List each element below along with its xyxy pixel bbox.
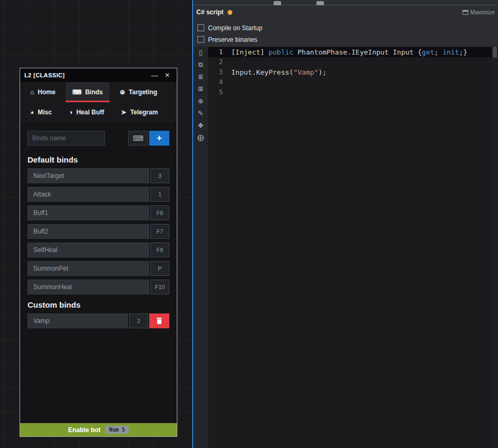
window-titlebar[interactable]: L2 [CLASSIC] — ✕ <box>20 68 177 82</box>
window-body: ⌨ + Default binds NextTarget 3 Attack 1 … <box>20 122 177 423</box>
target-icon[interactable]: ⊕ <box>198 97 203 105</box>
tab-binds[interactable]: ⌨ Binds <box>66 82 110 102</box>
editor-scrollbar[interactable] <box>492 47 498 448</box>
panel-title: C# script <box>196 8 223 16</box>
bind-name[interactable]: Buff1 <box>28 205 149 220</box>
add-bind-button[interactable]: + <box>149 131 169 146</box>
key-capture-box[interactable] <box>106 131 127 146</box>
compile-on-startup-checkbox[interactable] <box>197 24 204 31</box>
panel-header: C# script Maximize <box>193 5 498 19</box>
tab-targeting[interactable]: ⊕ Targeting <box>113 82 164 102</box>
file-icon[interactable]: ▯ <box>199 48 203 57</box>
tab-row-2: ◕ Misc ◑ Heal Buff ➤ Telegram <box>23 102 174 122</box>
tab-misc[interactable]: ◕ Misc <box>23 102 59 122</box>
code-text <box>231 87 492 97</box>
code-line-1[interactable]: 1 [Inject] public PhantomPhase.IEyeInput… <box>208 47 492 57</box>
move-icon[interactable]: ✥ <box>198 121 203 130</box>
code-token: [ <box>231 48 236 56</box>
binds-input-row: ⌨ + <box>28 131 169 146</box>
bind-key-button[interactable]: 1 <box>150 187 169 202</box>
bind-key-button[interactable]: F8 <box>150 243 169 257</box>
code-token: get <box>422 48 434 56</box>
body-spacer <box>28 332 169 423</box>
code-line-3[interactable]: 3 Input.KeyPress("Vamp"); <box>208 67 492 77</box>
option-label: Compile on Startup <box>208 24 262 32</box>
bind-name[interactable]: Vamp <box>28 313 128 328</box>
maximize-button[interactable]: Maximize <box>463 9 495 15</box>
tab-home[interactable]: ⌂ Home <box>23 82 62 102</box>
tab-telegram[interactable]: ➤ Telegram <box>114 102 165 122</box>
code-token: ); <box>318 68 327 76</box>
code-line-5[interactable]: 5 <box>208 87 492 97</box>
option-preserve-binaries: Preserve binaries <box>197 35 494 43</box>
bind-name[interactable]: Attack <box>28 187 149 202</box>
plus-icon: + <box>157 133 162 144</box>
code-token: public <box>268 48 293 56</box>
partial-tab-icon[interactable] <box>274 1 281 5</box>
heal-buff-icon: ◑ <box>69 109 73 116</box>
preserve-binaries-checkbox[interactable] <box>197 36 204 43</box>
code-token: ;} <box>459 48 468 56</box>
code-line-2[interactable]: 2 <box>208 57 492 67</box>
keyboard-icon: ⌨ <box>73 88 82 96</box>
target-icon: ⊕ <box>120 88 125 96</box>
custom-binds-heading: Custom binds <box>28 300 169 309</box>
line-number: 3 <box>208 67 231 77</box>
trash-icon <box>157 318 162 324</box>
copy-icon[interactable]: ⧉ <box>198 60 203 69</box>
bind-name[interactable]: SummonPet <box>28 261 149 276</box>
bind-row-summonpet: SummonPet P <box>28 261 169 276</box>
bind-row-summonheal: SummonHeal F10 <box>28 280 169 294</box>
panel-options: Compile on Startup Preserve binaries <box>193 19 498 49</box>
close-button[interactable]: ✕ <box>162 71 173 79</box>
add-icon[interactable]: ⨁ <box>197 133 204 142</box>
tab-heal-buff[interactable]: ◑ Heal Buff <box>62 102 111 122</box>
bot-window: L2 [CLASSIC] — ✕ ⌂ Home ⌨ Binds ⊕ Target… <box>20 68 177 437</box>
partial-tab-icon[interactable] <box>316 1 324 5</box>
scrollbar-thumb[interactable] <box>493 47 497 58</box>
screen: L2 [CLASSIC] — ✕ ⌂ Home ⌨ Binds ⊕ Target… <box>0 0 498 448</box>
bind-name[interactable]: Buff2 <box>28 224 149 239</box>
default-binds-heading: Default binds <box>28 155 169 164</box>
keyboard-capture-button[interactable]: ⌨ <box>128 131 148 146</box>
code-text: Input.KeyPress("Vamp"); <box>231 67 492 77</box>
enable-bot-button[interactable]: Enable bot Num 5 <box>20 423 177 436</box>
minimize-button[interactable]: — <box>149 71 160 79</box>
maximize-label: Maximize <box>470 9 495 15</box>
delete-bind-button[interactable] <box>149 313 169 328</box>
bind-key-button[interactable]: 2 <box>129 313 148 328</box>
code-token: ; <box>434 48 443 56</box>
bind-name[interactable]: SummonHeal <box>28 280 149 294</box>
grid-icon[interactable]: ⊞ <box>198 85 203 93</box>
binds-name-input[interactable] <box>28 131 105 146</box>
code-token: "Vamp" <box>293 68 318 76</box>
enable-bot-label: Enable bot <box>68 426 101 434</box>
bind-key-button[interactable]: F6 <box>150 205 169 220</box>
line-number: 1 <box>208 47 231 57</box>
bind-row-buff2: Buff2 F7 <box>28 224 169 239</box>
list-icon[interactable]: ≣ <box>198 73 203 81</box>
bind-key-button[interactable]: P <box>150 261 169 276</box>
tab-label: Binds <box>85 88 103 96</box>
bind-name[interactable]: SelfHeal <box>28 243 149 257</box>
code-line-4[interactable]: 4 <box>208 77 492 87</box>
bind-key-button[interactable]: 3 <box>150 168 169 183</box>
pencil-icon[interactable]: ✎ <box>198 109 203 118</box>
code-token: Inject <box>236 48 260 56</box>
keyboard-icon: ⌨ <box>133 134 143 142</box>
code-token: { <box>418 48 422 56</box>
bind-key-button[interactable]: F7 <box>150 224 169 239</box>
code-token: Input.KeyPress( <box>231 68 293 76</box>
bind-row-vamp: Vamp 2 <box>28 313 169 328</box>
bind-key-button[interactable]: F10 <box>150 280 169 294</box>
status-dot-icon <box>228 10 232 15</box>
home-icon: ⌂ <box>30 88 34 96</box>
bind-row-nexttarget: NextTarget 3 <box>28 168 169 183</box>
bind-row-buff1: Buff1 F6 <box>28 205 169 220</box>
bind-row-attack: Attack 1 <box>28 187 169 202</box>
code-text: [Inject] public PhantomPhase.IEyeInput I… <box>231 47 492 57</box>
code-region[interactable]: 1 [Inject] public PhantomPhase.IEyeInput… <box>208 47 492 448</box>
bind-name[interactable]: NextTarget <box>28 168 149 183</box>
tab-label: Misc <box>38 109 52 116</box>
code-editor[interactable]: ▯ ⧉ ≣ ⊞ ⊕ ✎ ✥ ⨁ 1 [Inject] public Phanto… <box>193 47 492 448</box>
